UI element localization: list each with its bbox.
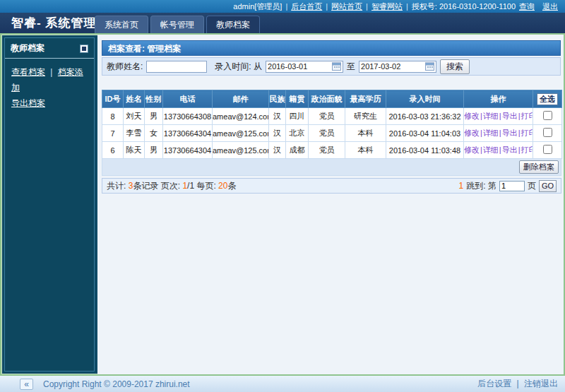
license-number: 授权号: 2016-0310-1200-1100 (412, 1, 516, 12)
cell-ethnicity: 汉 (269, 125, 286, 142)
cell-select (533, 125, 562, 142)
sidebar: 教师档案 查看档案 | 档案添加 导出档案 (1, 35, 97, 374)
edit-link[interactable]: 修改 (464, 145, 480, 154)
export-link[interactable]: 导出 (502, 112, 518, 120)
pagination-controls: 1 跳到: 第 页 GO (459, 180, 557, 192)
print-link[interactable]: 打印 (521, 145, 533, 154)
calendar-icon[interactable] (332, 62, 341, 71)
row-checkbox[interactable] (543, 145, 552, 154)
print-link[interactable]: 打印 (521, 129, 533, 137)
cell-phone: 13730664304 (163, 142, 213, 159)
date-from-input[interactable] (268, 62, 332, 71)
cell-hometown: 成都 (286, 142, 309, 159)
row-checkbox[interactable] (543, 128, 552, 137)
col-header-email: 邮件 (213, 90, 269, 108)
backend-home-link[interactable]: 后台首页 (291, 1, 322, 12)
license-query-link[interactable]: 查询 (519, 1, 535, 12)
main-content: 档案查看: 管理档案 教师姓名: 录入时间: 从 至 (97, 35, 564, 374)
edit-link[interactable]: 修改 (464, 112, 480, 120)
separator: | (480, 112, 482, 120)
sidebar-header: 教师档案 (5, 38, 94, 59)
search-bar: 教师姓名: 录入时间: 从 至 (102, 57, 561, 76)
jump-page-input[interactable] (499, 181, 525, 191)
sidebar-panel: 教师档案 查看档案 | 档案添加 导出档案 (4, 37, 95, 372)
teacher-name-label: 教师姓名: (107, 61, 143, 73)
col-header-ethnicity: 民族 (269, 90, 286, 108)
separator: | (518, 145, 521, 154)
per-page-suffix: 条 (227, 181, 236, 191)
cell-email: ameav@125.com (213, 142, 269, 159)
delete-archive-button[interactable]: 删除档案 (519, 160, 559, 174)
export-link[interactable]: 导出 (502, 145, 518, 154)
app-logo: 智睿- 系统管理 (11, 15, 96, 31)
tab-account-management[interactable]: 帐号管理 (150, 16, 204, 33)
cell-entry-time: 2016-03-04 11:04:03 (386, 125, 464, 142)
to-label: 至 (347, 61, 355, 73)
logout-link[interactable]: 退出 (542, 1, 558, 12)
page-of-label: /1 每页: (187, 181, 216, 191)
teacher-name-input[interactable] (146, 61, 207, 73)
cell-hometown: 四川 (286, 108, 309, 125)
table-row: 8 刘天 男 13730664308 ameav@124.com 汉 四川 党员… (102, 108, 562, 125)
current-page-link[interactable]: 1 (459, 181, 464, 191)
cell-actions: 修改|详细|导出|打印 (464, 125, 533, 142)
search-button[interactable]: 搜索 (440, 59, 470, 74)
cell-political: 党员 (309, 125, 345, 142)
print-link[interactable]: 打印 (521, 112, 533, 120)
col-header-id: ID号 (102, 90, 124, 108)
panel-collapse-icon[interactable] (80, 44, 88, 53)
table-row: 6 陈天 男 13730664304 ameav@125.com 汉 成都 党员… (102, 142, 562, 159)
detail-link[interactable]: 详细 (483, 112, 499, 120)
col-header-hometown: 籍贯 (286, 90, 309, 108)
cell-actions: 修改|详细|导出|打印 (464, 108, 533, 125)
separator: | (366, 2, 368, 11)
jump-label: 跳到: 第 (466, 180, 496, 192)
table-footer-row: 删除档案 (102, 159, 561, 176)
sidebar-item-export-archive[interactable]: 导出档案 (11, 98, 45, 108)
separator: | (406, 2, 408, 11)
cell-political: 党员 (309, 108, 345, 125)
tab-system-home[interactable]: 系统首页 (95, 16, 148, 33)
separator: | (480, 129, 482, 137)
col-header-name: 姓名 (124, 90, 145, 108)
copyright-text: Copyright Right © 2009-2017 zhirui.net (43, 379, 190, 389)
detail-link[interactable]: 详细 (483, 145, 499, 154)
separator: | (326, 2, 328, 11)
table-row: 7 李雪 女 13730664304 ameav@125.com 汉 北京 党员… (102, 125, 562, 142)
total-label: 共计: (107, 181, 126, 191)
sidebar-item-view-archive[interactable]: 查看档案 (11, 67, 45, 77)
edit-link[interactable]: 修改 (464, 129, 480, 137)
cell-entry-time: 2016-03-03 21:36:32 (386, 108, 464, 125)
current-user: admin[管理员] (233, 1, 282, 12)
site-home-link[interactable]: 网站首页 (331, 1, 362, 12)
logout-footer-link[interactable]: 注销退出 (524, 379, 558, 388)
col-header-select-all: 全选 (533, 90, 562, 108)
cell-phone: 13730664308 (163, 108, 213, 125)
page-word: 页 (528, 180, 536, 192)
col-header-phone: 电话 (163, 90, 213, 108)
tab-teacher-archive[interactable]: 教师档案 (206, 16, 260, 33)
zhirui-site-link[interactable]: 智睿网站 (371, 1, 403, 12)
go-button[interactable]: GO (539, 180, 557, 192)
sidebar-links: 查看档案 | 档案添加 导出档案 (5, 59, 94, 117)
cell-education: 研究生 (345, 108, 386, 125)
cell-hometown: 北京 (286, 125, 309, 142)
cell-gender: 男 (145, 108, 163, 125)
pagination-bar: 共计: 3条记录 页次: 1/1 每页: 20条 1 跳到: 第 页 GO (102, 178, 561, 194)
footer: « Copyright Right © 2009-2017 zhirui.net… (0, 376, 565, 392)
cell-name: 李雪 (124, 125, 145, 142)
separator: | (499, 112, 501, 120)
detail-link[interactable]: 详细 (483, 129, 499, 137)
separator: | (499, 129, 501, 137)
date-to-input[interactable] (361, 62, 425, 71)
calendar-icon[interactable] (425, 62, 434, 71)
separator: | (50, 67, 52, 77)
select-all-button[interactable]: 全选 (537, 93, 558, 105)
cell-entry-time: 2016-03-04 11:03:48 (386, 142, 464, 159)
export-link[interactable]: 导出 (502, 129, 518, 137)
backend-settings-link[interactable]: 后台设置 (477, 379, 511, 388)
separator: | (518, 112, 521, 120)
collapse-sidebar-button[interactable]: « (20, 379, 33, 390)
row-checkbox[interactable] (543, 111, 552, 120)
cell-name: 刘天 (124, 108, 145, 125)
